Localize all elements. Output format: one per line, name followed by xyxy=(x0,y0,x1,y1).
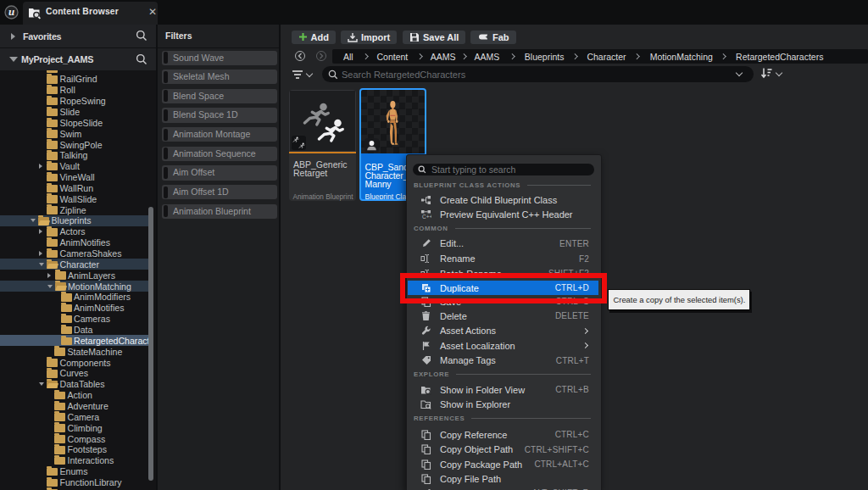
svg-text:C++: C++ xyxy=(422,214,431,220)
svg-text:u: u xyxy=(8,5,14,18)
